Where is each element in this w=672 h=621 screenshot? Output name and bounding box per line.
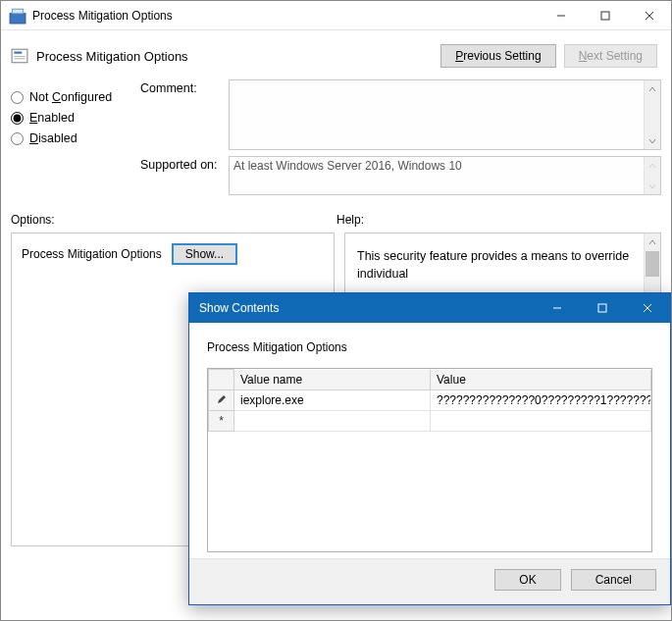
options-row-label: Process Mitigation Options bbox=[22, 247, 162, 261]
svg-rect-1 bbox=[12, 9, 23, 14]
policy-icon bbox=[11, 47, 28, 65]
policy-subtitle: Process Mitigation Options bbox=[36, 49, 440, 64]
svg-rect-9 bbox=[14, 58, 25, 59]
comment-scrollbar[interactable] bbox=[644, 80, 660, 149]
supported-on-text: At least Windows Server 2016, Windows 10 bbox=[233, 159, 462, 173]
help-text: This security feature provides a means t… bbox=[357, 247, 639, 283]
next-setting-button[interactable]: Next Setting bbox=[564, 44, 657, 68]
close-button[interactable] bbox=[627, 1, 671, 29]
previous-setting-button[interactable]: Previous Setting bbox=[440, 44, 555, 68]
dialog-footer: OK Cancel bbox=[189, 558, 670, 604]
cancel-button[interactable]: Cancel bbox=[571, 569, 656, 591]
radio-not-configured[interactable]: Not Configured bbox=[11, 90, 119, 104]
scroll-up-icon[interactable] bbox=[645, 157, 660, 174]
radio-disabled[interactable]: Disabled bbox=[11, 131, 119, 145]
row-new-icon[interactable]: * bbox=[209, 410, 234, 431]
grid-col-value[interactable]: Value bbox=[431, 370, 651, 390]
supported-scrollbar[interactable] bbox=[644, 157, 660, 194]
svg-rect-11 bbox=[598, 304, 606, 312]
grid-col-valuename[interactable]: Value name bbox=[234, 370, 431, 390]
dialog-minimize-button[interactable] bbox=[535, 293, 580, 323]
state-radio-group: Not Configured Enabled Disabled bbox=[11, 79, 119, 201]
ok-button[interactable]: OK bbox=[494, 569, 560, 591]
app-icon bbox=[9, 7, 26, 25]
svg-rect-8 bbox=[14, 56, 25, 57]
window-title: Process Mitigation Options bbox=[32, 9, 539, 23]
help-label: Help: bbox=[336, 213, 364, 227]
scroll-up-icon[interactable] bbox=[645, 80, 660, 97]
cell-value[interactable]: ???????????????0?????????1???????1 bbox=[431, 389, 651, 410]
comment-textarea[interactable] bbox=[229, 79, 661, 150]
dialog-titlebar[interactable]: Show Contents bbox=[189, 293, 670, 323]
main-titlebar: Process Mitigation Options bbox=[1, 1, 671, 30]
scroll-up-icon[interactable] bbox=[645, 233, 660, 250]
radio-enabled[interactable]: Enabled bbox=[11, 111, 119, 125]
scroll-down-icon[interactable] bbox=[645, 178, 660, 194]
supported-label: Supported on: bbox=[140, 156, 229, 195]
svg-rect-3 bbox=[601, 12, 609, 20]
svg-rect-0 bbox=[10, 13, 26, 23]
svg-rect-7 bbox=[14, 52, 22, 54]
values-grid[interactable]: Value name Value iexplore.exe ??????????… bbox=[207, 368, 652, 552]
cell-valuename-empty[interactable] bbox=[234, 410, 431, 431]
dialog-maximize-button[interactable] bbox=[580, 293, 625, 323]
row-edit-icon[interactable] bbox=[209, 389, 234, 410]
cell-valuename[interactable]: iexplore.exe bbox=[234, 389, 431, 410]
dialog-close-button[interactable] bbox=[625, 293, 670, 323]
supported-on-box: At least Windows Server 2016, Windows 10 bbox=[229, 156, 661, 195]
cell-value-empty[interactable] bbox=[431, 410, 651, 431]
dialog-section-label: Process Mitigation Options bbox=[207, 340, 652, 354]
scroll-down-icon[interactable] bbox=[645, 132, 660, 149]
show-button[interactable]: Show... bbox=[172, 243, 237, 265]
options-label: Options: bbox=[11, 213, 336, 227]
table-row-new[interactable]: * bbox=[209, 410, 651, 431]
show-contents-dialog: Show Contents Process Mitigation Options… bbox=[188, 292, 671, 605]
minimize-button[interactable] bbox=[539, 1, 583, 29]
table-row[interactable]: iexplore.exe ???????????????0?????????1?… bbox=[209, 389, 651, 410]
comment-label: Comment: bbox=[140, 79, 229, 150]
grid-corner-header bbox=[209, 370, 234, 390]
maximize-button[interactable] bbox=[583, 1, 627, 29]
scrollbar-thumb[interactable] bbox=[646, 251, 659, 277]
dialog-title: Show Contents bbox=[189, 301, 535, 315]
